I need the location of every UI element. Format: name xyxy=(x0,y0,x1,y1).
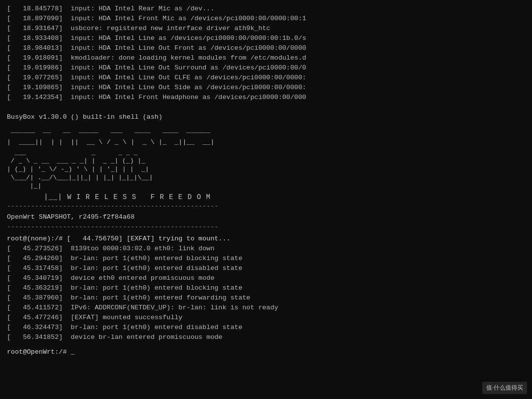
ascii-art-logo: ______ __ __ _____ ___ ____ ____ ______ … xyxy=(7,126,525,202)
final-prompt[interactable]: root@OpenWrt:/# _ xyxy=(7,347,525,357)
openwrt-version: OpenWrt SNAPSHOT, r2495-f2f84a68 xyxy=(7,212,525,222)
log-line-6: [ 19.018091] kmodloader: done loading ke… xyxy=(7,53,525,63)
log-line-3: [ 18.931647] usbcore: registered new int… xyxy=(7,24,525,33)
wireless-freedom-line: |__| W I R E L E S S F R E E D O M xyxy=(7,193,525,202)
kernel-log-section: [ 18.845778] input: HDA Intel Rear Mic a… xyxy=(7,4,525,102)
dmesg-section: [ 45.273526] 8139too 0000:03:02.0 eth0: … xyxy=(7,244,525,342)
log-line-2: [ 18.897090] input: HDA Intel Front Mic … xyxy=(7,14,525,24)
divider-2: ----------------------------------------… xyxy=(7,222,525,232)
ascii-line-2: | ____|| | | || __ \ / _ \ | _ \ |_ _||_… xyxy=(7,138,525,147)
dmesg-8: [ 45.477246] [EXFAT] mounted successfull… xyxy=(7,313,525,323)
log-line-10: [ 19.142354] input: HDA Intel Front Head… xyxy=(7,93,525,102)
log-line-4: [ 18.933408] input: HDA Intel Line as /d… xyxy=(7,33,525,43)
dmesg-4: [ 45.340719] device eth0 entered promisc… xyxy=(7,273,525,283)
dmesg-2: [ 45.294260] br-lan: port 1(eth0) entere… xyxy=(7,254,525,264)
ascii-art-block: ___ _ _ _ _ / _ \ _ __ ___ _ _| | _ _| (… xyxy=(7,149,525,190)
terminal-window: [ 18.845778] input: HDA Intel Rear Mic a… xyxy=(0,0,532,399)
first-prompt[interactable]: root@(none):/# [ 44.756750] [EXFAT] tryi… xyxy=(7,234,525,244)
log-line-7: [ 19.019986] input: HDA Intel Line Out S… xyxy=(7,63,525,73)
watermark: 值·什么值得买 xyxy=(482,382,527,394)
dmesg-1: [ 45.273526] 8139too 0000:03:02.0 eth0: … xyxy=(7,244,525,254)
log-line-9: [ 19.109865] input: HDA Intel Line Out S… xyxy=(7,83,525,93)
log-line-1: [ 18.845778] input: HDA Intel Rear Mic a… xyxy=(7,4,525,14)
dmesg-9: [ 46.324473] br-lan: port 1(eth0) entere… xyxy=(7,323,525,332)
dmesg-3: [ 45.317458] br-lan: port 1(eth0) entere… xyxy=(7,264,525,273)
log-line-8: [ 19.077265] input: HDA Intel Line Out C… xyxy=(7,73,525,83)
spacer-1 xyxy=(7,102,525,107)
log-line-5: [ 18.984013] input: HDA Intel Line Out F… xyxy=(7,43,525,53)
busybox-banner: BusyBox v1.30.0 () built-in shell (ash) xyxy=(7,112,525,122)
ascii-line-1: ______ __ __ _____ ___ ____ ____ ______ xyxy=(7,126,525,135)
dmesg-5: [ 45.363219] br-lan: port 1(eth0) entere… xyxy=(7,283,525,293)
divider-1: ----------------------------------------… xyxy=(7,201,525,211)
dmesg-7: [ 45.411572] IPv6: ADDRCONF(NETDEV_UP): … xyxy=(7,303,525,313)
dmesg-10: [ 56.341852] device br-lan entered promi… xyxy=(7,332,525,342)
dmesg-6: [ 45.387960] br-lan: port 1(eth0) entere… xyxy=(7,293,525,303)
